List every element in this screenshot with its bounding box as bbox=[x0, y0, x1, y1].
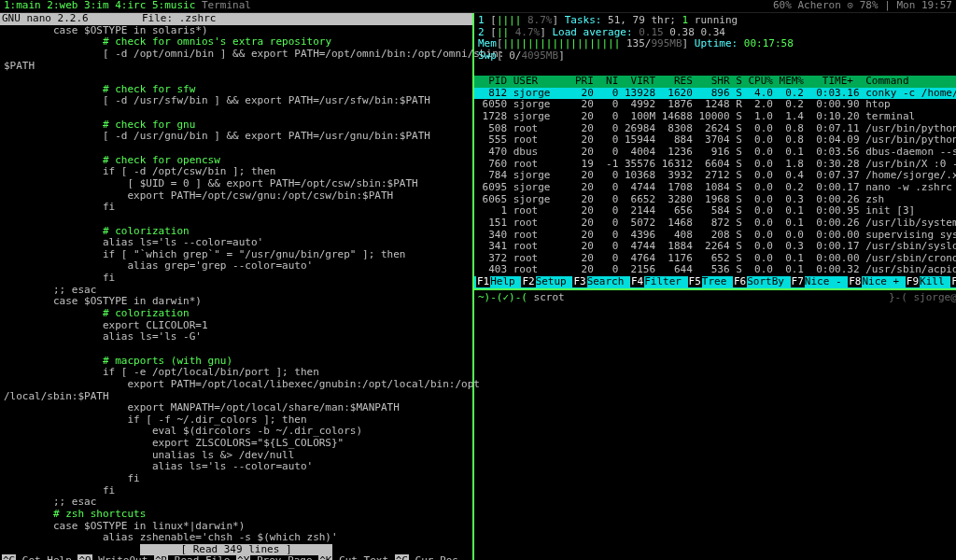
htop-header: 1 [|||| 8.7%] Tasks: 51, 79 thr; 1 runni… bbox=[474, 13, 956, 76]
htop-fkeys[interactable]: F1Help F2Setup F3Search F4Filter F5Tree … bbox=[474, 276, 956, 288]
pane-left: GNU nano 2.2.6File: .zshrc case $OSTYPE … bbox=[0, 13, 474, 560]
tab-main[interactable]: 1:main 2:web 3:im 4:irc 5:music bbox=[4, 0, 202, 11]
clock: 60% Acheron ⊙ 78% | Mon 19:57 bbox=[773, 0, 952, 12]
proc-list[interactable]: 812 sjorge 20 0 13928 1620 896 S 4.0 0.2… bbox=[474, 88, 956, 276]
nano-shortcuts: ^G Get Help ^O WriteOut ^R Read File ^Y … bbox=[0, 555, 472, 560]
shell[interactable]: ~)-(✓)-( scrot }-( sjorge@yami )- bbox=[474, 288, 956, 560]
nano-titlebar: GNU nano 2.2.6File: .zshrc bbox=[0, 13, 472, 25]
statusbar: 1:main 2:web 3:im 4:irc 5:music Terminal… bbox=[0, 0, 956, 13]
pane-right: 1 [|||| 8.7%] Tasks: 51, 79 thr; 1 runni… bbox=[474, 13, 956, 560]
proc-header[interactable]: PID USER PRI NI VIRT RES SHR S CPU% MEM%… bbox=[474, 76, 956, 88]
editor-body[interactable]: case $OSTYPE in solaris*) # check for om… bbox=[0, 25, 472, 544]
